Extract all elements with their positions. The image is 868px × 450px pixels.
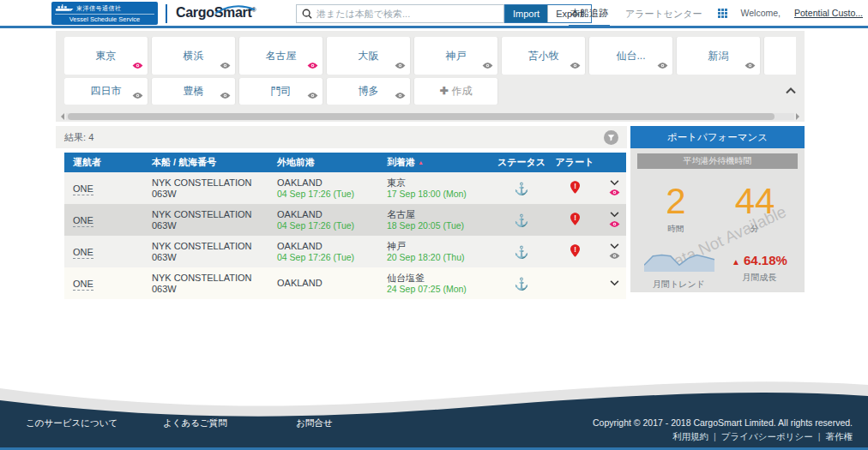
col-alert[interactable]: アラート: [546, 156, 603, 169]
port-tab-label: 名古屋: [266, 49, 297, 63]
legal-link[interactable]: 利用規約: [672, 431, 708, 441]
nav-vessel-tracking[interactable]: 本船追跡: [569, 0, 610, 27]
watch-eye-icon[interactable]: [220, 57, 231, 73]
legal-links: 利用規約|プライバシーポリシー|著作権: [672, 431, 853, 443]
table-row: ONENYK CONSTELLATION063WOAKLAND04 Sep 17…: [64, 236, 626, 267]
scrollbar-track[interactable]: [66, 113, 794, 120]
watch-eye-icon[interactable]: [395, 57, 406, 73]
port-tab[interactable]: 四日市: [64, 78, 148, 105]
anchor-status-icon: ⚓: [514, 277, 528, 291]
port-tab[interactable]: 門司: [239, 78, 322, 105]
watch-eye-icon[interactable]: [307, 57, 318, 73]
wait-hours-value: 2時間: [637, 181, 714, 235]
watch-eye-icon[interactable]: [609, 252, 620, 260]
results-count: 結果: 4: [64, 131, 93, 144]
search-box: [296, 4, 504, 23]
carrier-link[interactable]: ONE: [73, 183, 93, 195]
port-tab-label: 博多: [359, 84, 379, 99]
create-port-tab-button[interactable]: ✚作成: [414, 78, 497, 105]
col-previous-port[interactable]: 外地前港: [277, 156, 387, 169]
filter-icon[interactable]: [604, 130, 618, 145]
port-tab-label: 門司: [271, 84, 292, 99]
port-tab[interactable]: 苫小牧: [502, 37, 585, 75]
vessel-name: NYK CONSTELLATION: [152, 177, 277, 189]
svg-text:!: !: [574, 214, 576, 222]
port-tabs-row-1: 東京横浜名古屋大阪神戸苫小牧仙台...新潟伏: [64, 37, 796, 75]
port-tab-label: 神戸: [446, 49, 467, 63]
port-tab[interactable]: 伏: [764, 37, 796, 75]
nav-alert-center[interactable]: アラートセンター: [624, 1, 704, 26]
table-row: ONENYK CONSTELLATION063WOAKLAND仙台塩釜24 Se…: [64, 267, 626, 299]
watch-eye-icon[interactable]: [609, 220, 620, 228]
port-tab[interactable]: 横浜: [152, 37, 235, 75]
footer-link[interactable]: よくあるご質問: [163, 417, 227, 429]
app-grid-icon[interactable]: [718, 9, 727, 18]
carrier-link[interactable]: ONE: [73, 279, 93, 291]
avg-wait-time-subtitle: 平均港外待機時間: [637, 153, 798, 169]
alert-pin-icon[interactable]: !: [570, 185, 580, 195]
col-status[interactable]: ステータス: [497, 156, 546, 169]
port-tab[interactable]: 神戸: [414, 37, 497, 75]
alert-pin-icon[interactable]: !: [570, 217, 580, 227]
carrier-link[interactable]: ONE: [73, 247, 93, 259]
expand-chevron-icon[interactable]: [610, 280, 619, 286]
user-account-link[interactable]: Potential Custo...: [794, 8, 863, 18]
watch-eye-icon[interactable]: [395, 87, 406, 103]
page: 東洋信号通信社 Vessel Schedule Service CargoSma…: [0, 0, 868, 450]
port-tabs-area: 東京横浜名古屋大阪神戸苫小牧仙台...新潟伏 四日市豊橋門司博多✚作成: [56, 31, 805, 122]
port-tab[interactable]: 名古屋: [239, 37, 322, 75]
watch-eye-icon[interactable]: [132, 57, 143, 73]
expand-chevron-icon[interactable]: [610, 243, 619, 249]
port-tab[interactable]: 新潟: [677, 37, 760, 75]
port-tab-label: 苫小牧: [528, 49, 559, 63]
scrollbar-thumb[interactable]: [68, 113, 775, 120]
departure-time: 04 Sep 17:26 (Tue): [277, 220, 387, 231]
copyright-text: Copyright © 2017 - 2018 CargoSmart Limit…: [593, 417, 853, 428]
voyage-number: 063W: [152, 220, 277, 231]
top-nav: 本船追跡 アラートセンター Welcome, Potential Custo..…: [569, 0, 863, 26]
monthly-trend-sparkline: 月間トレンド: [642, 249, 715, 291]
footer-link[interactable]: お問合せ: [296, 417, 333, 429]
import-button[interactable]: Import: [505, 5, 547, 22]
watch-eye-icon[interactable]: [570, 57, 581, 73]
carrier-link[interactable]: ONE: [73, 215, 93, 227]
watch-eye-icon[interactable]: [482, 57, 493, 73]
col-arrival-port[interactable]: 到着港▲: [387, 156, 497, 169]
collapse-chevron-up-icon[interactable]: [786, 82, 796, 98]
port-tabs-row-2: 四日市豊橋門司博多✚作成: [64, 78, 796, 105]
footer-link[interactable]: このサービスについて: [26, 417, 118, 429]
legal-link[interactable]: 著作権: [826, 431, 853, 441]
vessel-name: NYK CONSTELLATION: [152, 241, 277, 252]
port-tab[interactable]: 東京: [64, 37, 148, 75]
port-performance-header[interactable]: ポートパフォーマンス: [630, 126, 805, 148]
scroll-left-arrow[interactable]: [57, 113, 64, 120]
port-tab-label: 豊橋: [184, 84, 204, 99]
port-tab[interactable]: 仙台...: [589, 37, 672, 75]
table-header-row: 運航者 本船 / 航海番号 外地前港 到着港▲ ステータス アラート: [64, 153, 626, 172]
scroll-right-arrow[interactable]: [796, 113, 803, 120]
col-carrier[interactable]: 運航者: [73, 156, 152, 169]
watch-eye-icon[interactable]: [609, 189, 620, 196]
port-tab-label: 仙台...: [616, 49, 645, 63]
watch-eye-icon[interactable]: [220, 87, 231, 103]
legal-link[interactable]: プライバシーポリシー: [721, 431, 813, 441]
col-vessel-voyage[interactable]: 本船 / 航海番号: [152, 156, 277, 169]
watch-eye-icon[interactable]: [657, 57, 668, 73]
cargosmart-logo[interactable]: CargoSmart®: [176, 5, 256, 21]
previous-port: OAKLAND: [277, 278, 387, 289]
port-performance-panel: ポートパフォーマンス 平均港外待機時間 2時間 44分 Data Not Ava…: [630, 126, 805, 292]
expand-chevron-icon[interactable]: [610, 212, 619, 218]
expand-chevron-icon[interactable]: [610, 180, 619, 186]
voyage-number: 063W: [152, 252, 277, 263]
port-tab[interactable]: 大阪: [327, 37, 410, 75]
port-tab[interactable]: 豊橋: [152, 78, 235, 105]
watch-eye-icon[interactable]: [744, 57, 756, 73]
plus-icon: ✚: [439, 85, 448, 97]
watch-eye-icon[interactable]: [132, 87, 143, 103]
search-input[interactable]: [316, 9, 498, 19]
port-tab[interactable]: 博多: [327, 78, 410, 105]
alert-pin-icon[interactable]: !: [570, 249, 580, 259]
toyo-signal-logo[interactable]: 東洋信号通信社 Vessel Schedule Service: [51, 2, 158, 25]
vessel-name: NYK CONSTELLATION: [152, 273, 277, 284]
watch-eye-icon[interactable]: [307, 87, 318, 103]
